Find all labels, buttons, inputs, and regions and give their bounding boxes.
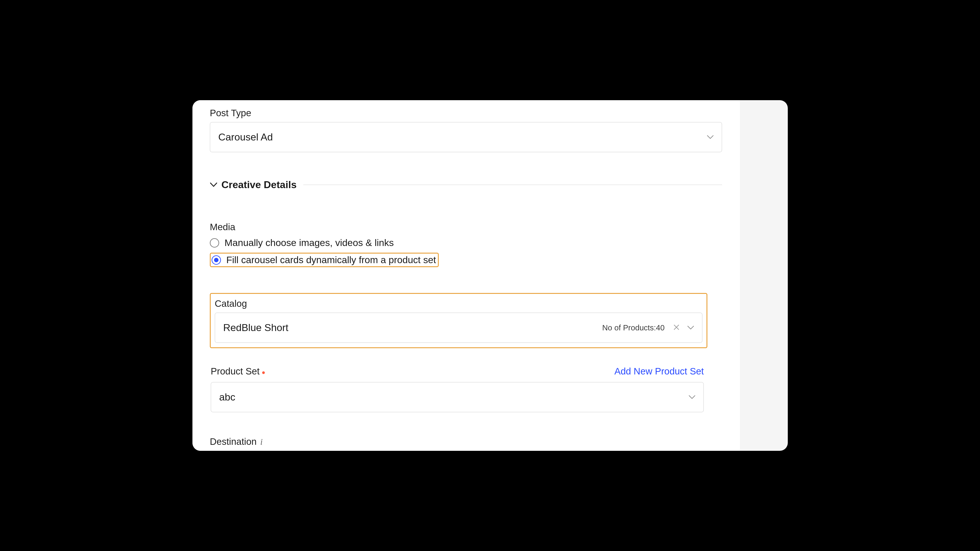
section-divider bbox=[303, 184, 722, 185]
destination-label-row: Destination i bbox=[210, 436, 722, 447]
catalog-select[interactable]: RedBlue Short No of Products:40 bbox=[215, 313, 703, 343]
product-set-value: abc bbox=[219, 391, 235, 403]
form-card: Post Type Carousel Ad Creative Details M… bbox=[192, 100, 788, 451]
radio-unselected-icon bbox=[210, 238, 219, 248]
creative-details-section-header[interactable]: Creative Details bbox=[210, 179, 722, 191]
catalog-product-count: No of Products:40 bbox=[602, 323, 665, 332]
clear-icon[interactable] bbox=[673, 324, 679, 331]
chevron-down-icon bbox=[687, 326, 694, 330]
post-type-value: Carousel Ad bbox=[218, 131, 273, 143]
required-indicator-icon bbox=[262, 372, 265, 374]
media-option-dynamic-label: Fill carousel cards dynamically from a p… bbox=[226, 254, 436, 265]
chevron-down-icon bbox=[707, 135, 714, 139]
catalog-label: Catalog bbox=[215, 299, 703, 309]
catalog-highlight: Catalog RedBlue Short No of Products:40 bbox=[210, 293, 707, 348]
media-option-dynamic-highlight: Fill carousel cards dynamically from a p… bbox=[210, 252, 439, 267]
radio-dot-icon bbox=[214, 258, 218, 262]
post-type-label: Post Type bbox=[210, 108, 722, 118]
chevron-down-icon bbox=[689, 395, 695, 399]
product-set-label-wrap: Product Set bbox=[211, 366, 265, 377]
content-area: Post Type Carousel Ad Creative Details M… bbox=[192, 100, 740, 451]
catalog-product-count-label: No of Products: bbox=[602, 323, 656, 332]
media-label: Media bbox=[210, 222, 722, 232]
product-set-header: Product Set Add New Product Set bbox=[211, 366, 704, 377]
info-icon[interactable]: i bbox=[260, 437, 262, 447]
add-new-product-set-link[interactable]: Add New Product Set bbox=[614, 366, 704, 377]
radio-selected-icon bbox=[212, 256, 221, 265]
destination-label: Destination bbox=[210, 436, 256, 447]
creative-details-title: Creative Details bbox=[221, 179, 297, 191]
media-option-manual-label: Manually choose images, videos & links bbox=[224, 237, 394, 248]
post-type-select[interactable]: Carousel Ad bbox=[210, 122, 722, 152]
catalog-product-count-value: 40 bbox=[656, 323, 665, 332]
media-option-dynamic[interactable]: Fill carousel cards dynamically from a p… bbox=[212, 254, 436, 265]
catalog-value: RedBlue Short bbox=[223, 322, 602, 333]
product-set-select[interactable]: abc bbox=[211, 382, 704, 412]
product-set-label: Product Set bbox=[211, 366, 259, 377]
media-option-manual[interactable]: Manually choose images, videos & links bbox=[210, 237, 394, 248]
chevron-down-icon bbox=[210, 182, 217, 187]
